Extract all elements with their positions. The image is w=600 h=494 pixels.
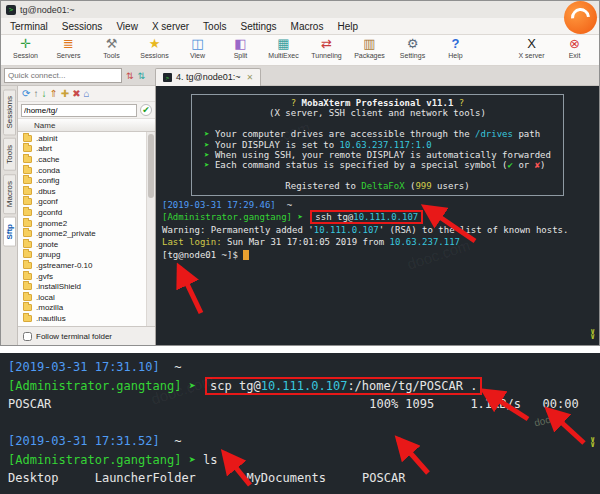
terminal-line: POSCAR 100% 1095 1.1KB/s 00:00 (8, 395, 592, 414)
file-name: .local (36, 293, 55, 302)
toolbar-button-multiexec[interactable]: ▦MultiExec (262, 36, 305, 60)
title-bar[interactable]: > tg@node01:~ (1, 1, 599, 18)
file-item[interactable]: .gconf (23, 197, 155, 208)
scroll-popup-icon[interactable]: ∨ ∨ (590, 329, 595, 339)
file-item[interactable]: .gconfd (23, 207, 155, 218)
file-item[interactable]: .abinit (23, 133, 155, 144)
toolbar-button-label: Tools (90, 52, 133, 60)
terminal-line: [2019-03-31 17:31.10] ~ (8, 358, 592, 377)
terminal-text: [2019-03-31 17:29.46] (162, 200, 276, 210)
quick-connect-input[interactable] (4, 68, 122, 83)
file-item[interactable]: .gnome2_private (23, 228, 155, 239)
file-item[interactable]: .gnote (23, 239, 155, 250)
refresh-icon[interactable]: ⟳ (22, 88, 30, 100)
menu-item-settings[interactable]: Settings (233, 20, 283, 33)
menu-item-help[interactable]: Help (330, 20, 365, 33)
new-folder-icon[interactable]: ✚ (61, 88, 69, 100)
terminal-text: [2019-03-31 17:31.52] (8, 434, 160, 448)
toolbar-button-label: Settings (391, 52, 434, 60)
file-item[interactable]: .gnome2 (23, 218, 155, 229)
exit-icon: ⊗ (553, 36, 596, 52)
file-item[interactable]: .installShield (23, 281, 155, 292)
folder-icon (23, 145, 32, 152)
tools-icon: ⚒ (90, 36, 133, 52)
toolbar-button-sessions[interactable]: ★Sessions (133, 36, 176, 60)
file-list-scrollbar (146, 132, 155, 326)
terminal-top-output: [2019-03-31 17:29.46] ~[Administrator.ga… (162, 199, 593, 262)
scroll-popup-icon[interactable]: ∨ ∨ (590, 437, 595, 447)
sidebar-tab-sftp[interactable]: Sftp (3, 217, 16, 247)
delete-icon[interactable]: ✖ (72, 88, 80, 100)
file-name: .gconfd (36, 208, 62, 217)
file-item[interactable]: .abrt (23, 144, 155, 155)
path-go-button[interactable]: ✔ (140, 104, 152, 116)
scrollbar-thumb[interactable] (148, 134, 154, 198)
follow-terminal-checkbox[interactable] (23, 332, 32, 341)
home-icon[interactable]: ⌂ (84, 88, 90, 100)
file-item[interactable]: .gvfs (23, 271, 155, 282)
left-tab-strip: SessionsToolsMacrosSftp (1, 86, 18, 345)
sort-arrows-icon[interactable]: ⇅ (138, 71, 146, 81)
toolbar-button-settings[interactable]: ⚙Settings (391, 36, 434, 60)
toolbar-button-servers[interactable]: ≣Servers (47, 36, 90, 60)
menu-item-tools[interactable]: Tools (196, 20, 233, 33)
menu-item-macros[interactable]: Macros (284, 20, 331, 33)
toolbar-button-view[interactable]: ◫View (176, 36, 219, 60)
file-item[interactable]: .conda (23, 165, 155, 176)
download-icon[interactable]: ↓ (41, 88, 46, 100)
terminal-line: [Administrator.gangtang] ➤ ssh tg@10.111… (162, 211, 593, 224)
sidebar-tab-macros[interactable]: Macros (3, 174, 16, 214)
terminal-text: When using SSH, your remote DISPLAY is a… (215, 150, 551, 160)
terminal-text: ➤ (204, 160, 215, 170)
toolbar-button-session[interactable]: ✛Session (4, 36, 47, 60)
toolbar-button-help[interactable]: ?Help (434, 36, 477, 60)
terminal-top[interactable]: dooc.com dooc.com ? MobaXterm Profession… (156, 86, 599, 345)
follow-folder-row: Follow terminal folder (18, 326, 155, 345)
up-folder-icon[interactable]: ↑ (33, 88, 38, 100)
toolbar-button-packages[interactable]: ▥Packages (348, 36, 391, 60)
terminal-bottom[interactable]: dooc.com dooc [2019-03-31 17:31.10] ~[Ad… (0, 353, 600, 494)
file-item[interactable]: .gstreamer-0.10 (23, 260, 155, 271)
annotation-highlight-box: scp tg@10.111.0.107:/home/tg/POSCAR . (205, 377, 482, 395)
path-row: ✔ (18, 102, 155, 119)
toolbar-button-tunneling[interactable]: ⇄Tunneling (305, 36, 348, 60)
terminal-text: (X server, SSH client and network tools) (269, 108, 486, 118)
toolbar-button-label: Session (4, 52, 47, 60)
file-item[interactable]: .dbus (23, 186, 155, 197)
menu-item-sessions[interactable]: Sessions (55, 20, 110, 33)
file-column-header[interactable]: Name (18, 119, 155, 132)
file-item[interactable]: .gnupg (23, 250, 155, 261)
file-name: .gstreamer-0.10 (36, 261, 92, 270)
file-name: .config (36, 176, 60, 185)
multiexec-icon: ▦ (262, 36, 305, 52)
tab-close-icon[interactable]: ✕ (247, 73, 254, 82)
terminal-line: [2019-03-31 17:31.52] ~ (8, 432, 592, 451)
sidebar-tab-sessions[interactable]: Sessions (3, 89, 16, 135)
folder-icon (23, 198, 32, 205)
folder-icon (23, 283, 32, 290)
app-icon: > (6, 5, 16, 15)
file-item[interactable]: .config (23, 175, 155, 186)
toolbar-button-x-server[interactable]: XX server (510, 36, 553, 60)
toolbar-button-exit[interactable]: ⊗Exit (553, 36, 596, 60)
file-item[interactable]: .nautilus (23, 313, 155, 324)
terminal-tab[interactable]: > 4. tg@node01:~ ✕ (155, 68, 261, 86)
terminal-text: 10.63.237.117:1.0 (340, 140, 432, 150)
path-input[interactable] (21, 104, 137, 117)
terminal-text: 10.111.0.107 (314, 225, 379, 235)
file-item[interactable]: .local (23, 292, 155, 303)
menu-item-x-server[interactable]: X server (145, 20, 196, 33)
toolbar-button-tools[interactable]: ⚒Tools (90, 36, 133, 60)
file-item[interactable]: .mozilla (23, 303, 155, 314)
main-area: SessionsToolsMacrosSftp ⟳↑↓⇑✚✖⌂ ✔ Name .… (1, 86, 599, 345)
menu-item-view[interactable]: View (109, 20, 145, 33)
menu-item-terminal[interactable]: Terminal (3, 20, 55, 33)
terminal-text: 10.111.0.107 (353, 212, 418, 222)
updown-arrows-icon[interactable]: ⇅ (126, 71, 134, 81)
folder-icon (23, 294, 32, 301)
sidebar-tab-tools[interactable]: Tools (3, 138, 16, 171)
terminal-text (303, 212, 308, 222)
toolbar-button-split[interactable]: ◧Split (219, 36, 262, 60)
file-item[interactable]: .cache (23, 154, 155, 165)
upload-icon[interactable]: ⇑ (49, 88, 57, 100)
